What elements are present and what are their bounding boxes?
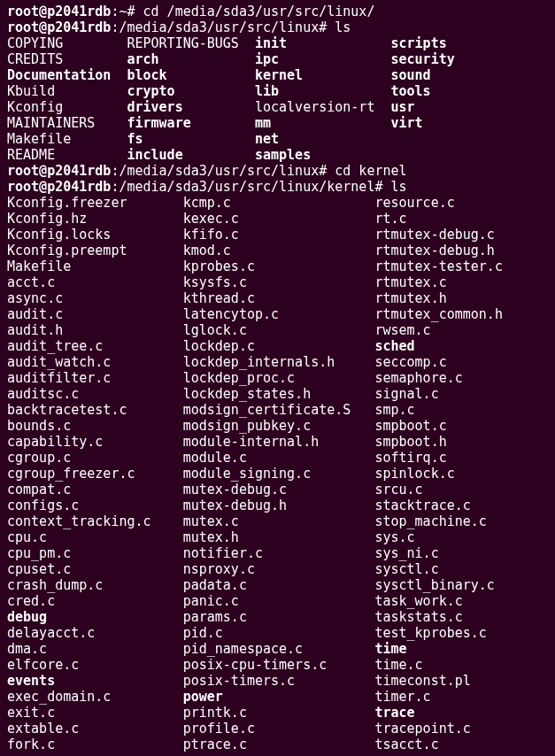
terminal-output: root@p2041rdb:~# cd /media/sda3/usr/src/… bbox=[7, 4, 548, 752]
